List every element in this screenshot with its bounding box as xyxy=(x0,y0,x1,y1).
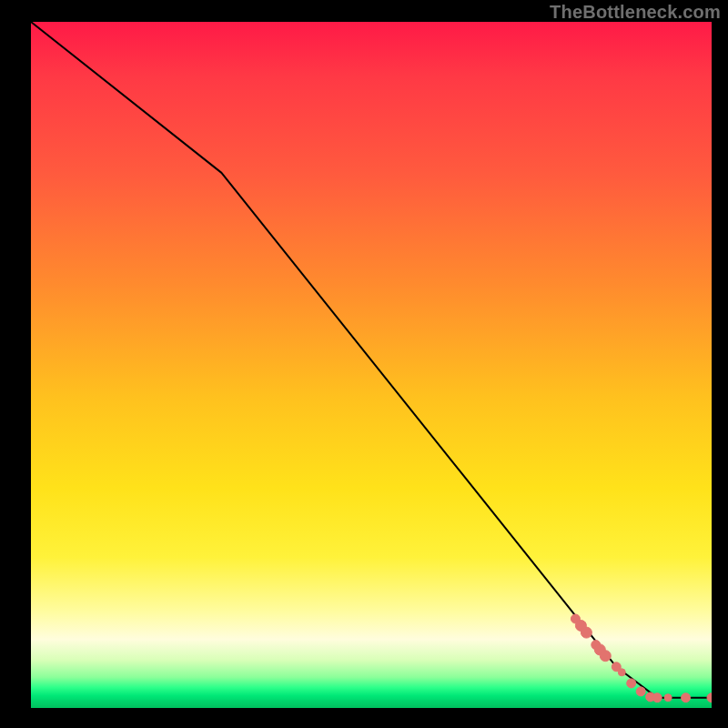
marker-dot xyxy=(618,669,625,676)
watermark-label: TheBottleneck.com xyxy=(550,2,721,23)
marker-dot xyxy=(627,679,636,688)
marker-dot xyxy=(682,693,691,703)
marker-dot xyxy=(636,687,645,696)
marker-dot xyxy=(600,651,611,662)
marker-group xyxy=(571,614,712,703)
marker-dot xyxy=(707,693,712,703)
marker-dot xyxy=(581,627,592,638)
marker-dot xyxy=(664,694,672,702)
chart-frame: TheBottleneck.com xyxy=(0,0,728,728)
plot-overlay xyxy=(31,22,712,708)
curve-line xyxy=(31,22,712,698)
marker-dot xyxy=(652,693,662,703)
